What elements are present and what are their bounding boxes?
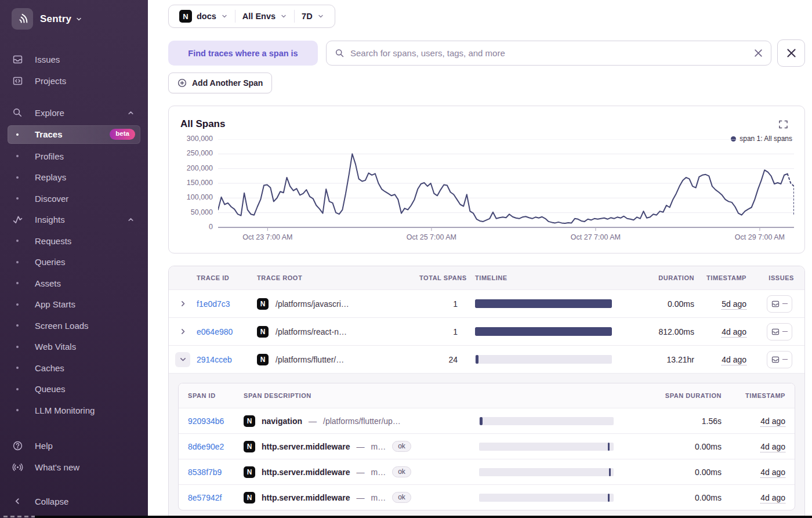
trace-row: e064e980 N/platforms/react-n… 1 812.00ms… — [169, 317, 804, 345]
trace-timeline-bar — [475, 299, 612, 308]
sidebar-item-web-vitals[interactable]: Web Vitals — [8, 338, 140, 356]
collapse-row: Collapse — [8, 492, 140, 510]
timestamp-value[interactable]: 4d ago — [760, 442, 785, 452]
sidebar-item-requests[interactable]: Requests — [8, 232, 140, 249]
issues-tray-icon — [771, 356, 780, 364]
collapse-trace-chevron-down-icon[interactable] — [175, 352, 190, 367]
expand-trace-chevron-right-icon[interactable] — [175, 296, 190, 311]
sidebar-item-assets[interactable]: Assets — [8, 274, 140, 292]
project-selector[interactable]: N docs — [172, 10, 235, 23]
sidebar-item-traces[interactable]: Traces beta — [8, 125, 140, 144]
date-range-selector[interactable]: 7D — [295, 12, 331, 21]
add-another-span-button[interactable]: Add Another Span — [168, 73, 272, 93]
bullet-icon — [16, 324, 19, 327]
issues-button[interactable] — [767, 323, 792, 340]
issues-button[interactable] — [767, 295, 792, 313]
bullet-icon — [16, 133, 19, 136]
timestamp-value[interactable]: 4d ago — [760, 493, 785, 503]
sidebar-item-llm-monitoring[interactable]: LLM Monitoring — [8, 401, 140, 419]
col-trace-root: TRACE ROOT — [257, 274, 419, 281]
traces-table-panel: TRACE ID TRACE ROOT TOTAL SPANS TIMELINE… — [168, 266, 805, 518]
clear-search-icon[interactable] — [754, 49, 763, 57]
search-icon — [11, 107, 24, 118]
expand-trace-chevron-right-icon[interactable] — [175, 324, 190, 339]
search-input[interactable] — [350, 48, 748, 58]
span-id-link[interactable]: 920934b6 — [188, 416, 224, 426]
timestamp-value[interactable]: 4d ago — [760, 468, 785, 478]
timestamp-value[interactable]: 4d ago — [722, 327, 746, 338]
help-icon — [11, 440, 24, 451]
span-row: 920934b6 N navigation — /platforms/flutt… — [179, 408, 795, 433]
sidebar-item-issues[interactable]: Issues — [8, 50, 140, 68]
nextjs-platform-icon: N — [244, 441, 255, 452]
sidebar-item-label: What's new — [35, 462, 79, 472]
span-id-link[interactable]: 8538f7b9 — [188, 468, 222, 477]
sidebar: Sentry Issues Projects Explore — [0, 0, 148, 518]
sidebar-item-label: Projects — [35, 76, 66, 86]
sidebar-item-queries[interactable]: Queries — [8, 253, 140, 271]
sidebar-item-app-starts[interactable]: App Starts — [8, 296, 140, 313]
trace-id-link[interactable]: 2914cceb — [197, 355, 232, 364]
add-span-label: Add Another Span — [192, 78, 263, 88]
minus-icon — [782, 359, 788, 360]
bullet-icon — [16, 409, 19, 411]
sidebar-footer: Help What's new — [8, 437, 140, 476]
col-span-description: SPAN DESCRIPTION — [244, 392, 479, 399]
col-total-spans: TOTAL SPANS — [419, 274, 466, 281]
date-range-value: 7D — [302, 12, 313, 21]
org-switcher[interactable]: Sentry — [0, 0, 148, 30]
sidebar-item-label: Queries — [35, 257, 66, 267]
sidebar-collapse-button[interactable]: Collapse — [8, 492, 140, 510]
sidebar-item-profiles[interactable]: Profiles — [8, 147, 140, 165]
bullet-icon — [16, 176, 19, 179]
chevron-down-icon — [221, 13, 228, 20]
span-timeline-bar — [479, 494, 614, 502]
sidebar-item-queues[interactable]: Queues — [8, 381, 140, 398]
span-op: http.server.middleware — [262, 442, 350, 451]
status-badge: ok — [392, 441, 411, 452]
sidebar-section-explore[interactable]: Explore — [8, 104, 140, 121]
y-tick-label: 200,000 — [187, 164, 213, 172]
separator: — — [357, 493, 365, 502]
section-label: Explore — [35, 108, 64, 118]
project-name: docs — [197, 12, 216, 21]
sidebar-item-discover[interactable]: Discover — [8, 190, 140, 207]
bullet-icon — [16, 240, 19, 242]
total-spans-value: 1 — [419, 327, 466, 336]
span-id-link[interactable]: 8e57942f — [188, 493, 222, 502]
bullet-icon — [16, 303, 19, 306]
trace-id-link[interactable]: e064e980 — [197, 327, 233, 336]
span-op: navigation — [262, 416, 302, 426]
trace-id-link[interactable]: f1e0d7c3 — [197, 299, 230, 309]
remove-span-query-button[interactable] — [777, 39, 805, 67]
span-id-link[interactable]: 8d6e90e2 — [188, 442, 224, 451]
timestamp-value[interactable]: 4d ago — [760, 416, 785, 427]
status-badge: ok — [392, 466, 411, 477]
x-tick-label: Oct 29 7:00 AM — [735, 233, 785, 241]
timestamp-value[interactable]: 5d ago — [722, 299, 746, 310]
duration-value: 13.21hr — [621, 355, 702, 364]
sidebar-item-caches[interactable]: Caches — [8, 359, 140, 376]
sidebar-item-whats-new[interactable]: What's new — [8, 458, 140, 476]
expand-chart-icon[interactable] — [779, 120, 788, 129]
separator: — — [357, 468, 365, 477]
y-tick-label: 300,000 — [187, 135, 213, 143]
bullet-icon — [16, 282, 19, 284]
environment-selector[interactable]: All Envs — [235, 12, 294, 21]
sidebar-item-screen-loads[interactable]: Screen Loads — [8, 317, 140, 334]
sidebar-section-insights[interactable]: Insights — [8, 211, 140, 229]
issues-button[interactable] — [767, 351, 792, 368]
chevron-down-icon — [280, 13, 287, 20]
total-spans-value: 1 — [419, 299, 466, 309]
nextjs-platform-icon: N — [244, 415, 255, 427]
issues-tray-icon — [771, 328, 780, 336]
sidebar-item-help[interactable]: Help — [8, 437, 140, 454]
sidebar-item-replays[interactable]: Replays — [8, 169, 140, 186]
span-row: 8e57942f N http.server.middleware — m… o… — [179, 484, 795, 510]
bullet-icon — [16, 155, 19, 157]
close-icon — [786, 48, 796, 58]
separator: — — [357, 442, 365, 451]
sidebar-item-projects[interactable]: Projects — [8, 72, 140, 89]
timestamp-value[interactable]: 4d ago — [722, 355, 746, 365]
span-description: m… — [371, 442, 386, 451]
